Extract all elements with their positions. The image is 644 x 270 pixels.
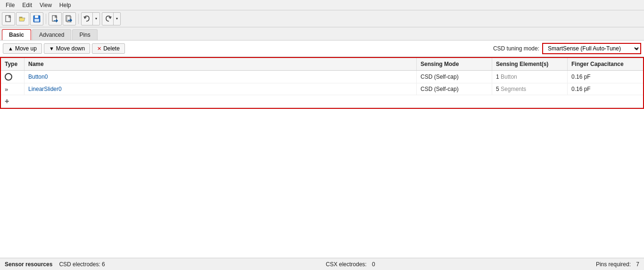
row0-sensing-count: 1 bbox=[496, 74, 499, 80]
move-down-icon: ▼ bbox=[49, 46, 54, 51]
row1-type-cell: » bbox=[1, 83, 25, 95]
tab-advanced[interactable]: Advanced bbox=[32, 29, 71, 40]
new-button[interactable] bbox=[2, 12, 15, 25]
undo-main[interactable] bbox=[82, 13, 93, 25]
delete-button[interactable]: ✕ Delete bbox=[92, 43, 125, 54]
tab-bar: Basic Advanced Pins bbox=[0, 27, 644, 41]
table-row[interactable]: Button0 CSD (Self-cap) 1 Button 0.16 pF bbox=[1, 71, 643, 83]
toolbar-separator-1 bbox=[46, 14, 46, 24]
export1-button[interactable] bbox=[49, 12, 62, 25]
undo-dropdown-arrow[interactable]: ▾ bbox=[93, 13, 99, 25]
menu-file[interactable]: File bbox=[2, 1, 18, 9]
row1-sensing-mode-cell: CSD (Self-cap) bbox=[417, 83, 492, 95]
menu-edit[interactable]: Edit bbox=[18, 1, 36, 9]
status-right: Pins required: 7 bbox=[596, 261, 639, 268]
sensor-resources-label: Sensor resources bbox=[5, 261, 52, 268]
menu-bar: File Edit View Help bbox=[0, 0, 644, 10]
move-down-button[interactable]: ▼ Move down bbox=[44, 43, 90, 54]
delete-label: Delete bbox=[103, 45, 120, 52]
menu-help[interactable]: Help bbox=[56, 1, 75, 9]
csx-electrodes-value: 0 bbox=[372, 261, 375, 268]
save-icon bbox=[33, 15, 41, 23]
toolbar-separator-2 bbox=[78, 14, 79, 24]
row1-name-cell[interactable]: LinearSlider0 bbox=[25, 83, 417, 95]
row0-name-cell[interactable]: Button0 bbox=[25, 71, 417, 83]
menu-view[interactable]: View bbox=[36, 1, 56, 9]
redo-icon bbox=[104, 15, 112, 23]
pins-required-value: 7 bbox=[636, 261, 639, 268]
tab-basic[interactable]: Basic bbox=[2, 29, 31, 40]
move-down-label: Move down bbox=[56, 45, 85, 52]
row1-sensing-label: Segments bbox=[501, 86, 526, 92]
toolbar: ▾ ▾ bbox=[0, 10, 644, 27]
row0-sensing-mode-cell: CSD (Self-cap) bbox=[417, 71, 492, 83]
undo-button[interactable]: ▾ bbox=[81, 12, 100, 25]
row0-type-cell bbox=[1, 71, 25, 83]
action-bar: ▲ Move up ▼ Move down ✕ Delete CSD tunin… bbox=[0, 41, 644, 57]
move-up-label: Move up bbox=[15, 45, 37, 52]
col-sensing-elements: Sensing Element(s) bbox=[492, 58, 568, 70]
component-table: Type Name Sensing Mode Sensing Element(s… bbox=[0, 57, 644, 109]
save-button[interactable] bbox=[30, 12, 43, 25]
status-left: Sensor resources CSD electrodes: 6 bbox=[5, 261, 105, 268]
undo-icon bbox=[83, 15, 91, 23]
row1-sensing-count: 5 bbox=[496, 86, 499, 92]
svg-rect-5 bbox=[34, 19, 39, 22]
row0-finger-cap-cell: 0.16 pF bbox=[568, 71, 643, 83]
redo-main[interactable] bbox=[102, 13, 114, 25]
tab-pins[interactable]: Pins bbox=[72, 29, 97, 40]
status-middle: CSX electrodes: 0 bbox=[326, 261, 375, 268]
csd-electrodes-label: CSD electrodes: bbox=[59, 261, 100, 268]
main-content-area bbox=[0, 109, 644, 270]
move-up-button[interactable]: ▲ Move up bbox=[3, 43, 42, 54]
pins-required-label: Pins required: bbox=[596, 261, 631, 268]
redo-group: ▾ bbox=[102, 12, 121, 25]
open-button[interactable] bbox=[16, 12, 29, 25]
csd-tuning-select[interactable]: SmartSense (Full Auto-Tune) Manual Tunin… bbox=[543, 44, 640, 53]
add-component-row[interactable]: + bbox=[1, 95, 643, 108]
export-all-icon bbox=[66, 15, 73, 23]
open-icon bbox=[19, 15, 26, 23]
csd-electrodes-group: CSD electrodes: 6 bbox=[59, 261, 105, 268]
row0-sensing-label: Button bbox=[501, 74, 517, 80]
button-icon bbox=[5, 73, 12, 81]
row1-sensing-elements-cell: 5 Segments bbox=[492, 83, 568, 95]
col-sensing-mode: Sensing Mode bbox=[417, 58, 492, 70]
table-row[interactable]: » LinearSlider0 CSD (Self-cap) 5 Segment… bbox=[1, 83, 643, 95]
delete-icon: ✕ bbox=[97, 46, 101, 52]
row1-finger-cap-cell: 0.16 pF bbox=[568, 83, 643, 95]
csd-tuning-label: CSD tuning mode: bbox=[493, 45, 539, 52]
col-finger-capacitance: Finger Capacitance bbox=[568, 58, 643, 70]
new-icon bbox=[5, 15, 12, 23]
table-header: Type Name Sensing Mode Sensing Element(s… bbox=[1, 58, 643, 71]
col-type: Type bbox=[1, 58, 25, 70]
redo-dropdown-arrow[interactable]: ▾ bbox=[114, 13, 120, 25]
row0-sensing-elements-cell: 1 Button bbox=[492, 71, 568, 83]
csd-select-wrapper: SmartSense (Full Auto-Tune) Manual Tunin… bbox=[542, 43, 641, 54]
export2-button[interactable] bbox=[63, 12, 76, 25]
col-name: Name bbox=[25, 58, 417, 70]
redo-button[interactable]: ▾ bbox=[102, 12, 121, 25]
slider-icon: » bbox=[5, 86, 8, 92]
action-left-group: ▲ Move up ▼ Move down ✕ Delete bbox=[3, 43, 125, 54]
add-icon: + bbox=[5, 97, 9, 106]
export-icon bbox=[51, 15, 59, 23]
undo-group: ▾ bbox=[81, 12, 100, 25]
svg-rect-4 bbox=[35, 16, 38, 18]
csd-electrodes-value: 6 bbox=[102, 261, 105, 268]
status-bar: Sensor resources CSD electrodes: 6 CSX e… bbox=[0, 258, 644, 270]
action-right-group: CSD tuning mode: SmartSense (Full Auto-T… bbox=[493, 43, 641, 54]
move-up-icon: ▲ bbox=[8, 46, 13, 51]
csx-electrodes-label: CSX electrodes: bbox=[326, 261, 367, 268]
